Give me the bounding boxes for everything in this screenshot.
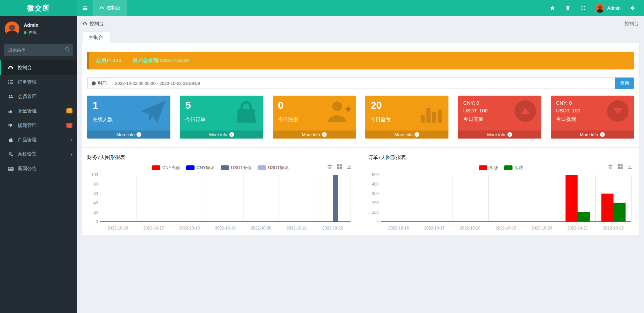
stack-icon[interactable] — [327, 164, 332, 169]
user-plus-icon — [326, 99, 352, 125]
avatar — [5, 21, 19, 36]
x-axis-labels: 2022-10-162022-10-172022-10-182022-10-19… — [100, 223, 351, 230]
legend-swatch — [479, 165, 487, 170]
bar-买跌-2022-10-22[interactable] — [613, 203, 626, 221]
sidebar-item-products[interactable]: 产品管理 ‹ — [0, 133, 77, 147]
chevron-left-icon: ‹ — [71, 137, 72, 143]
home-button[interactable] — [546, 0, 559, 16]
sidebar-item-members[interactable]: 会员管理 — [0, 89, 77, 104]
arrow-circle-right-icon: › — [229, 132, 234, 137]
sidebar-item-withdraw[interactable]: 提现管理 0 — [0, 118, 77, 133]
y-axis-labels: 0100200300400500 — [368, 175, 379, 222]
sidebar: Admin 在线 控制台 订单管理 会员管理 充值管理 0 — [0, 16, 77, 313]
breadcrumb: 控制台 — [83, 21, 104, 27]
arrow-circle-right-icon: › — [322, 132, 327, 137]
sidebar-user-panel: Admin 在线 — [0, 16, 77, 41]
legend-item[interactable]: 买涨 — [479, 165, 498, 171]
charts-row: 财务7天图形报表 CNY充值CNY提现USDT充值USDT提现 02040608… — [87, 154, 634, 230]
more-info-link[interactable]: More info › — [87, 131, 170, 139]
more-info-link[interactable]: More info › — [458, 131, 541, 139]
sidebar-item-orders[interactable]: 订单管理 — [0, 75, 77, 89]
navbar-tab-console[interactable]: 控制台 — [93, 0, 127, 16]
time-filter: 时间 查询 — [87, 77, 634, 89]
withdraw-badge: 0 — [66, 123, 72, 128]
tab-strip: 控制台 — [82, 32, 639, 43]
chart-plot-area[interactable]: 01002003004005002022-10-162022-10-172022… — [368, 174, 634, 230]
legend-swatch — [258, 165, 266, 170]
info-box-today-registered: 0 今日注册 More info › — [273, 96, 356, 139]
arrow-circle-right-icon: › — [137, 132, 141, 137]
clock-icon — [92, 81, 96, 86]
more-info-link[interactable]: More info › — [551, 131, 634, 139]
date-range-input[interactable] — [111, 77, 615, 89]
finance-chart: 财务7天图形报表 CNY充值CNY提现USDT充值USDT提现 02040608… — [87, 154, 353, 230]
tiled-icon[interactable] — [618, 164, 623, 169]
thumbs-down-icon — [7, 123, 14, 128]
thumbs-up-icon — [7, 108, 14, 114]
brand-logo[interactable]: 微交所 — [0, 0, 77, 16]
recharge-badge: 0 — [66, 108, 72, 113]
sidebar-item-recharge[interactable]: 充值管理 0 — [0, 104, 77, 118]
chevron-left-icon: ‹ — [71, 151, 72, 157]
shopping-bag-icon — [233, 99, 259, 125]
trash-icon — [566, 6, 570, 10]
sidebar-item-news[interactable]: 新闻公告 — [0, 161, 77, 176]
sidebar-user-status: 在线 — [24, 30, 39, 36]
bar-买涨-2022-10-21[interactable] — [566, 175, 578, 221]
tab-console[interactable]: 控制台 — [82, 32, 110, 43]
settings-button[interactable] — [626, 0, 639, 16]
circle-arrow-down-icon — [607, 100, 629, 122]
section-divider — [82, 147, 639, 148]
arrow-circle-right-icon: › — [415, 132, 419, 137]
time-filter-label: 时间 — [87, 77, 111, 89]
legend-item[interactable]: CNY提现 — [186, 165, 214, 171]
stack-icon[interactable] — [608, 164, 613, 169]
sidebar-toggle-button[interactable] — [77, 0, 93, 16]
bag-icon — [7, 137, 14, 143]
info-box-today-orders: 5 今日订单 More info › — [180, 96, 263, 139]
bar-买跌-2022-10-21[interactable] — [578, 212, 590, 221]
download-icon[interactable] — [627, 164, 633, 169]
legend-item[interactable]: CNY充值 — [152, 165, 180, 171]
navbar-user-menu[interactable]: Admin — [592, 4, 624, 13]
dashboard-card: 总用户:140 用户总余额:50237758.29 时间 查询 1 在线人 — [82, 43, 639, 236]
fullscreen-button[interactable] — [577, 0, 590, 16]
chart-plot-area[interactable]: 0204060801002022-10-162022-10-172022-10-… — [87, 174, 353, 230]
navbar-user-name: Admin — [607, 5, 621, 11]
chart-title: 财务7天图形报表 — [87, 154, 353, 161]
sidebar-menu: 控制台 订单管理 会员管理 充值管理 0 提现管理 0 产品管理 ‹ 系统设置 — [0, 60, 77, 176]
tiled-icon[interactable] — [337, 164, 342, 169]
more-info-link[interactable]: More info › — [180, 131, 263, 139]
gauge-icon — [7, 65, 14, 70]
bar-买涨-2022-10-22[interactable] — [601, 194, 613, 221]
arrow-circle-right-icon: › — [600, 132, 605, 137]
info-box-online: 1 在线人数 More info › — [87, 96, 170, 139]
query-button[interactable]: 查询 — [615, 77, 634, 89]
circle-arrow-up-icon — [515, 100, 536, 122]
legend-swatch — [152, 165, 160, 170]
sidebar-item-console[interactable]: 控制台 — [0, 60, 77, 75]
clear-cache-button[interactable] — [561, 0, 575, 16]
legend-item[interactable]: 买跌 — [504, 165, 523, 171]
navbar-right: Admin — [546, 0, 644, 16]
x-axis-labels: 2022-10-162022-10-172022-10-182022-10-19… — [381, 223, 631, 230]
chart-title: 订单7天图形报表 — [368, 154, 634, 161]
download-icon[interactable] — [346, 164, 352, 169]
info-boxes-row: 1 在线人数 More info › 5 今日订单 — [87, 96, 634, 139]
legend-item[interactable]: USDT提现 — [258, 165, 288, 171]
more-info-link[interactable]: More info › — [365, 131, 448, 139]
search-input[interactable] — [4, 44, 73, 56]
legend-swatch — [504, 165, 513, 170]
info-box-today-pnl: 20 今日盈亏 More info › — [365, 96, 448, 139]
online-status-dot — [24, 31, 26, 34]
gears-icon — [7, 152, 14, 157]
more-info-link[interactable]: More info › — [273, 131, 356, 139]
legend-item[interactable]: USDT充值 — [221, 165, 252, 171]
bar-USDT充值-2022-10-22[interactable] — [333, 175, 338, 221]
sidebar-item-settings[interactable]: 系统设置 ‹ — [0, 147, 77, 161]
y-axis-labels: 020406080100 — [87, 175, 98, 222]
expand-icon — [581, 6, 586, 10]
search-icon[interactable] — [65, 47, 70, 52]
chart-toolbox — [327, 164, 352, 169]
news-icon — [7, 166, 14, 171]
